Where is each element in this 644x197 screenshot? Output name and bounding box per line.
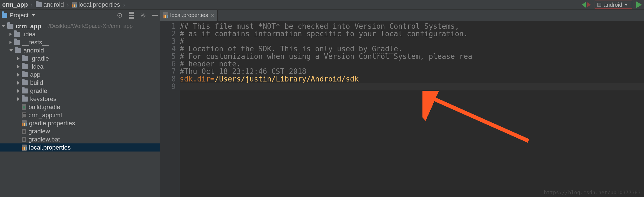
breadcrumb: crm_app › android › local.properties › bbox=[0, 0, 126, 9]
line-number: 9 bbox=[160, 83, 176, 90]
expander-icon[interactable] bbox=[17, 73, 20, 76]
tree-file[interactable]: build.gradle bbox=[0, 103, 160, 111]
chevron-down-icon bbox=[624, 4, 628, 6]
tree-file[interactable]: local.properties bbox=[0, 143, 160, 152]
run-config-dropdown[interactable]: android bbox=[595, 1, 632, 9]
tree-file[interactable]: crm_app.iml bbox=[0, 111, 160, 119]
project-tool-window: Project cr bbox=[0, 10, 160, 197]
run-config-label: android bbox=[604, 2, 622, 8]
tree-root-label: crm_app bbox=[16, 23, 41, 30]
code-line[interactable]: ## This file must *NOT* be checked into … bbox=[180, 23, 644, 30]
tree-item-label: .idea bbox=[30, 63, 44, 70]
expander-icon[interactable] bbox=[17, 65, 20, 68]
tree-folder[interactable]: android bbox=[0, 46, 160, 54]
expander-icon[interactable] bbox=[9, 41, 12, 44]
code-line[interactable]: # header note. bbox=[180, 60, 644, 68]
expander-icon[interactable] bbox=[17, 97, 20, 101]
tree-folder[interactable]: .gradle bbox=[0, 54, 160, 63]
svg-point-1 bbox=[119, 15, 120, 16]
chevron-down-icon bbox=[32, 14, 35, 16]
hide-tool-window-icon[interactable] bbox=[152, 13, 158, 18]
folder-icon bbox=[22, 97, 28, 102]
code-token: /Users/justin/Library/Android/sdk bbox=[215, 75, 359, 83]
tree-folder[interactable]: .idea bbox=[0, 30, 160, 38]
properties-file-icon bbox=[22, 120, 27, 126]
code-token: #Thu Oct 18 23:12:46 CST 2018 bbox=[180, 67, 306, 76]
breadcrumb-item-root[interactable]: crm_app bbox=[0, 0, 30, 9]
breadcrumb-separator-icon: › bbox=[66, 1, 69, 9]
gear-icon[interactable] bbox=[140, 13, 146, 18]
code-editor[interactable]: 123456789 ## This file must *NOT* be che… bbox=[160, 21, 644, 197]
select-opened-file-icon[interactable] bbox=[117, 13, 122, 18]
tree-item-label: local.properties bbox=[29, 144, 71, 151]
project-tree[interactable]: crm_app ~/Desktop/WorkSpace-Xn/crm_app .… bbox=[0, 21, 160, 197]
expander-icon[interactable] bbox=[17, 57, 20, 60]
run-button[interactable] bbox=[636, 1, 642, 8]
expander-icon[interactable] bbox=[2, 25, 5, 27]
code-line[interactable]: # bbox=[180, 38, 644, 45]
code-line[interactable]: sdk.dir=/Users/justin/Library/Android/sd… bbox=[180, 75, 644, 83]
code-token: ## This file must *NOT* be checked into … bbox=[180, 22, 459, 30]
properties-file-icon bbox=[22, 145, 27, 151]
text-file-icon bbox=[22, 137, 26, 142]
line-number: 5 bbox=[160, 53, 176, 60]
tree-folder[interactable]: gradle bbox=[0, 87, 160, 95]
editor-area: local.properties ✕ 123456789 ## This fil… bbox=[160, 10, 644, 197]
folder-icon bbox=[7, 24, 13, 29]
folder-icon bbox=[22, 56, 28, 61]
properties-file-icon bbox=[72, 2, 77, 8]
tree-file[interactable]: gradlew.bat bbox=[0, 135, 160, 143]
breadcrumb-label: local.properties bbox=[78, 1, 120, 8]
nav-back-forward bbox=[582, 2, 591, 8]
breadcrumb-item-file[interactable]: local.properties bbox=[69, 0, 122, 9]
project-tool-header: Project bbox=[0, 10, 160, 21]
tree-item-label: crm_app.iml bbox=[28, 112, 62, 119]
editor-content[interactable]: ## This file must *NOT* be checked into … bbox=[180, 21, 644, 197]
code-line[interactable]: # as it contains information specific to… bbox=[180, 30, 644, 38]
tree-folder[interactable]: .idea bbox=[0, 63, 160, 71]
tree-item-label: android bbox=[23, 47, 44, 54]
breadcrumb-item-folder[interactable]: android bbox=[33, 0, 66, 9]
folder-icon bbox=[15, 48, 21, 53]
project-tool-title[interactable]: Project bbox=[2, 12, 35, 19]
tree-item-label: build.gradle bbox=[28, 104, 60, 111]
folder-icon bbox=[36, 2, 42, 7]
folder-icon bbox=[22, 64, 28, 69]
editor-tab-bar: local.properties ✕ bbox=[160, 10, 644, 21]
expander-icon[interactable] bbox=[17, 89, 20, 93]
line-number: 2 bbox=[160, 30, 176, 38]
code-line[interactable]: #Thu Oct 18 23:12:46 CST 2018 bbox=[180, 68, 644, 75]
tree-file[interactable]: gradlew bbox=[0, 127, 160, 135]
code-token: sdk.dir bbox=[180, 75, 210, 83]
code-line[interactable]: # Location of the SDK. This is only used… bbox=[180, 45, 644, 53]
folder-icon bbox=[14, 32, 20, 37]
tree-item-label: build bbox=[30, 79, 43, 87]
code-token: Gradle bbox=[372, 45, 398, 53]
line-number: 7 bbox=[160, 68, 176, 75]
forward-icon[interactable] bbox=[587, 2, 591, 8]
expander-icon[interactable] bbox=[9, 49, 13, 52]
code-token: # For customization when using a Version… bbox=[180, 52, 472, 61]
tree-file[interactable]: gradle.properties bbox=[0, 119, 160, 127]
tree-folder[interactable]: build bbox=[0, 79, 160, 87]
tree-item-label: __tests__ bbox=[22, 39, 49, 46]
code-token: = bbox=[210, 75, 215, 83]
expander-icon[interactable] bbox=[9, 33, 12, 36]
expander-icon[interactable] bbox=[17, 81, 20, 85]
tree-folder[interactable]: __tests__ bbox=[0, 38, 160, 46]
tree-folder[interactable]: keystores bbox=[0, 95, 160, 103]
line-number: 4 bbox=[160, 45, 176, 53]
code-token: # bbox=[180, 37, 184, 45]
close-icon[interactable]: ✕ bbox=[210, 12, 215, 18]
tree-item-label: gradlew bbox=[28, 128, 50, 135]
tree-root[interactable]: crm_app ~/Desktop/WorkSpace-Xn/crm_app bbox=[0, 22, 160, 30]
back-icon[interactable] bbox=[582, 2, 586, 8]
expand-collapse-all-icon[interactable] bbox=[129, 13, 134, 18]
folder-icon bbox=[22, 88, 28, 93]
editor-tab[interactable]: local.properties ✕ bbox=[160, 10, 218, 21]
tree-item-label: gradle.properties bbox=[29, 120, 75, 127]
code-line[interactable] bbox=[180, 83, 644, 90]
code-line[interactable]: # For customization when using a Version… bbox=[180, 53, 644, 60]
code-token: . bbox=[398, 45, 403, 53]
tree-folder[interactable]: app bbox=[0, 71, 160, 79]
